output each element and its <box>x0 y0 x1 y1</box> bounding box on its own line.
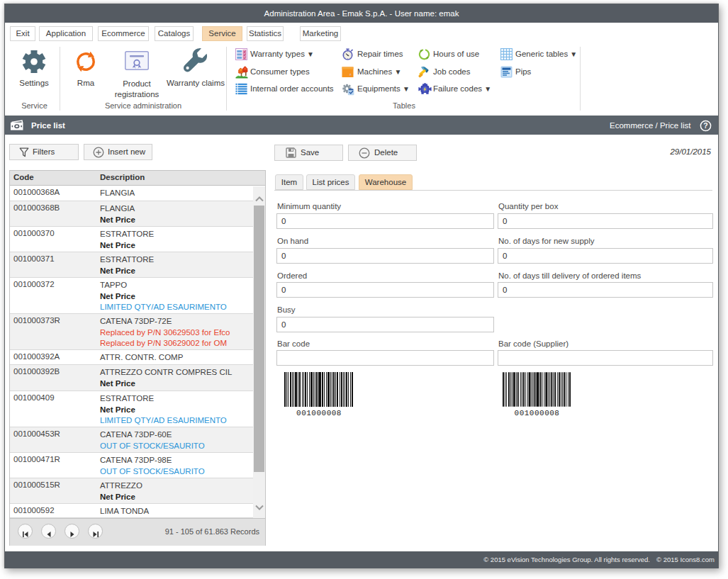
svg-text:?: ? <box>703 121 707 130</box>
